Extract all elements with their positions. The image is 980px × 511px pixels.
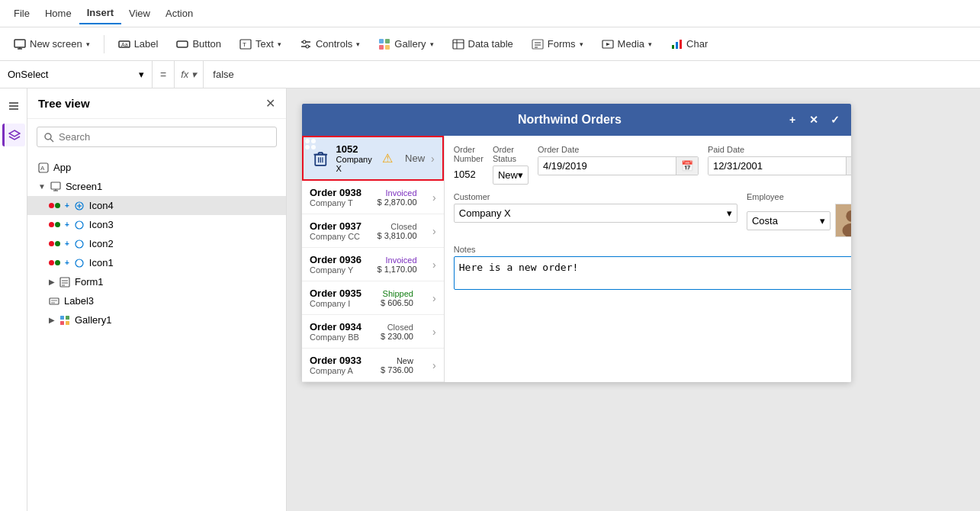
order-date-input[interactable] bbox=[538, 157, 676, 175]
company-label: Company Y bbox=[310, 265, 361, 275]
selected-company: Company X bbox=[336, 155, 374, 173]
chevron-down-icon: ▾ bbox=[356, 40, 360, 48]
list-item[interactable]: Order 0936 Company Y Invoiced $ 1,170.00… bbox=[302, 248, 444, 281]
forms-button[interactable]: Forms ▾ bbox=[524, 34, 591, 54]
app-icon: A bbox=[38, 162, 49, 173]
svg-rect-36 bbox=[51, 182, 60, 189]
chevron-right-icon: › bbox=[431, 153, 435, 165]
list-item-right: Shipped $ 606.50 bbox=[381, 289, 413, 307]
list-item[interactable]: Order 0934 Company BB Closed $ 230.00 › bbox=[302, 315, 444, 349]
amount-label: $ 3,810.00 bbox=[378, 231, 417, 240]
chevron-down-icon: ▾ bbox=[580, 40, 583, 48]
icon-indicators bbox=[49, 260, 60, 265]
dot-red bbox=[49, 203, 54, 208]
list-item[interactable]: Order 0933 Company A New $ 736.00 › bbox=[302, 349, 444, 382]
tree-item-icon2[interactable]: + Icon2 bbox=[27, 234, 286, 253]
chevron-down-icon: ▾ bbox=[518, 169, 523, 181]
gallery-icon bbox=[378, 38, 390, 50]
menu-action[interactable]: Action bbox=[158, 3, 201, 24]
close-button[interactable]: ✕ bbox=[805, 111, 822, 128]
svg-rect-53 bbox=[66, 316, 69, 320]
calendar-icon[interactable]: 📅 bbox=[676, 157, 698, 175]
tree-header: Tree view ✕ bbox=[27, 88, 286, 119]
chevron-right-icon: › bbox=[432, 225, 436, 237]
chart-button[interactable]: Char bbox=[663, 34, 715, 54]
formula-bar: OnSelect ▾ = fx ▾ false bbox=[0, 61, 980, 88]
chevron-down-icon: ▾ bbox=[139, 69, 144, 80]
notes-input[interactable]: Here is a new order! bbox=[454, 256, 851, 290]
amount-label: $ 736.00 bbox=[381, 365, 413, 374]
tree-item-form1[interactable]: ▶ Form1 bbox=[27, 272, 286, 291]
paid-date-input[interactable] bbox=[708, 157, 846, 175]
gallery-button[interactable]: Gallery ▾ bbox=[371, 34, 441, 54]
list-item[interactable]: Order 0937 Company CC Closed $ 3,810.00 … bbox=[302, 214, 444, 248]
customer-select[interactable]: Company X ▾ bbox=[454, 204, 737, 223]
menu-view[interactable]: View bbox=[121, 3, 158, 24]
tree-item-gallery1[interactable]: ▶ Gallery1 bbox=[27, 310, 286, 329]
expand-icon: ▶ bbox=[49, 316, 55, 324]
layers-icon[interactable] bbox=[2, 124, 25, 146]
tree-item-icon1[interactable]: + Icon1 bbox=[27, 253, 286, 272]
dot-green bbox=[55, 203, 60, 208]
search-input[interactable] bbox=[59, 131, 270, 143]
app-widget: Northwind Orders + ✕ ✓ bbox=[302, 104, 851, 382]
detail-row-2: Customer Company X ▾ Employee Costa bbox=[454, 192, 851, 237]
dot-green bbox=[55, 222, 60, 227]
order-status-select[interactable]: New ▾ bbox=[493, 166, 529, 185]
controls-button[interactable]: Controls ▾ bbox=[292, 34, 368, 54]
list-item[interactable]: Order 0938 Company T Invoiced $ 2,870.00… bbox=[302, 181, 444, 214]
menu-bar: File Home Insert View Action bbox=[0, 0, 980, 27]
order-label: Order 0937 bbox=[310, 220, 361, 232]
label-button[interactable]: Aa Label bbox=[111, 34, 166, 54]
tree-item-screen1[interactable]: ▼ Screen1 bbox=[27, 177, 286, 196]
plus-blue-icon: + bbox=[65, 220, 69, 229]
svg-text:T: T bbox=[243, 41, 246, 48]
new-screen-button[interactable]: New screen ▾ bbox=[6, 34, 98, 54]
order-number-label: Order Number bbox=[454, 145, 484, 163]
paid-date-input-wrapper: 📅 bbox=[708, 156, 851, 175]
detail-panel: Order Number 1052 Order Status New ▾ Ord… bbox=[445, 136, 851, 382]
media-button[interactable]: Media ▾ bbox=[594, 34, 660, 54]
employee-select[interactable]: Costa ▾ bbox=[747, 211, 831, 230]
calendar-icon[interactable]: 📅 bbox=[846, 157, 851, 175]
company-label: Company A bbox=[310, 366, 361, 375]
confirm-button[interactable]: ✓ bbox=[827, 111, 843, 128]
tree-item-label3[interactable]: Label3 bbox=[27, 291, 286, 310]
text-button[interactable]: T Text ▾ bbox=[232, 34, 289, 54]
list-item-info: Order 0933 Company A bbox=[310, 355, 361, 375]
order-label: Order 0935 bbox=[310, 288, 361, 299]
hamburger-icon[interactable] bbox=[2, 95, 25, 117]
svg-rect-27 bbox=[680, 40, 682, 49]
tree-item-label: Form1 bbox=[75, 276, 104, 288]
chart-icon bbox=[670, 38, 683, 50]
selected-order-number: 1052 bbox=[336, 143, 374, 155]
list-selected-item[interactable]: 1052 Company X ⚠ New › bbox=[302, 136, 444, 181]
status-label: Closed bbox=[378, 222, 417, 231]
tree-item-icon3[interactable]: + Icon3 bbox=[27, 215, 286, 234]
formula-select[interactable]: OnSelect ▾ bbox=[0, 61, 153, 88]
datatable-button[interactable]: Data table bbox=[445, 34, 521, 54]
form-icon bbox=[59, 277, 70, 288]
menu-insert[interactable]: Insert bbox=[79, 2, 121, 24]
svg-rect-52 bbox=[60, 316, 64, 320]
close-tree-button[interactable]: ✕ bbox=[265, 96, 275, 111]
add-button[interactable]: + bbox=[784, 111, 801, 128]
svg-rect-49 bbox=[50, 298, 59, 304]
button-button[interactable]: Button bbox=[169, 34, 229, 54]
order-number-field: Order Number 1052 bbox=[454, 145, 484, 185]
list-item[interactable]: Order 0935 Company I Shipped $ 606.50 › bbox=[302, 281, 444, 315]
list-item-right: New $ 736.00 bbox=[381, 356, 413, 374]
svg-text:A: A bbox=[40, 165, 45, 172]
list-panel: 1052 Company X ⚠ New › Order 0938 Compan… bbox=[302, 136, 445, 382]
formula-fx[interactable]: fx ▾ bbox=[175, 61, 204, 88]
menu-file[interactable]: File bbox=[6, 3, 37, 24]
tree-item-app[interactable]: A App bbox=[27, 158, 286, 177]
svg-line-33 bbox=[50, 139, 53, 142]
tree-item-icon4[interactable]: + Icon4 bbox=[27, 196, 286, 215]
screen-icon bbox=[14, 38, 26, 50]
svg-rect-55 bbox=[66, 321, 69, 325]
order-date-input-wrapper: 📅 bbox=[538, 156, 699, 175]
amount-label: $ 2,870.00 bbox=[378, 198, 417, 207]
svg-point-43 bbox=[76, 240, 83, 248]
menu-home[interactable]: Home bbox=[37, 3, 79, 24]
